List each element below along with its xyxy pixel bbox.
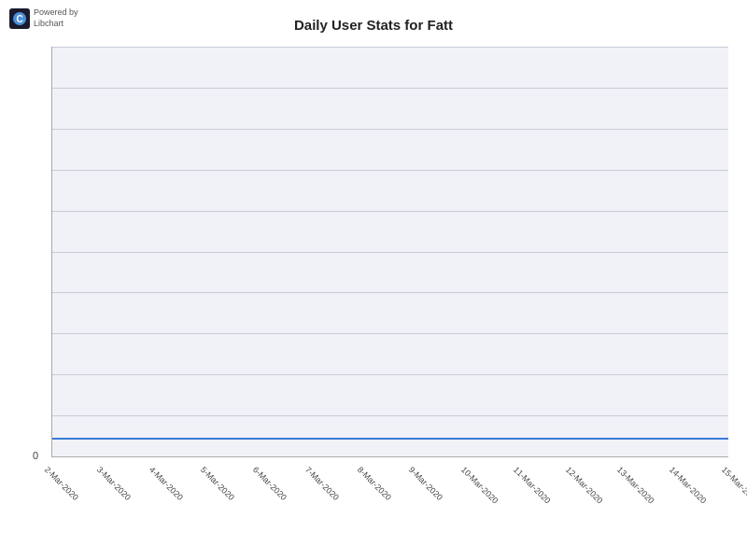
grid-line [52,456,728,457]
grid-line [52,374,728,375]
data-line [52,438,728,440]
x-axis-labels: 2-Mar-20203-Mar-20204-Mar-20205-Mar-2020… [51,459,728,560]
x-axis-label: 9-Mar-2020 [407,465,444,502]
x-axis-label: 2-Mar-2020 [43,465,80,502]
x-axis-label: 7-Mar-2020 [303,465,341,502]
grid-line [52,211,728,212]
y-axis-zero-label: 0 [33,450,38,461]
x-axis-label: 3-Mar-2020 [95,465,133,502]
grid-line [52,333,728,334]
grid-line [52,292,728,293]
grid-line [52,129,728,130]
x-axis-label: 15-Mar-2020 [720,465,747,506]
x-axis-label: 13-Mar-2020 [615,465,656,506]
x-axis-label: 12-Mar-2020 [564,465,605,506]
grid-line [52,252,728,253]
grid-line [52,170,728,171]
x-axis-label: 5-Mar-2020 [199,465,236,502]
x-axis-label: 10-Mar-2020 [459,465,500,506]
x-axis-label: 11-Mar-2020 [512,465,553,506]
grid-lines [52,47,728,456]
chart-area [51,47,728,457]
chart-title: Daily User Stats for Fatt [0,17,747,33]
x-axis-label: 14-Mar-2020 [668,465,709,506]
grid-line [52,88,728,89]
chart-container: C Powered by Libchart Daily User Stats f… [0,0,747,560]
x-axis-label: 8-Mar-2020 [356,465,393,502]
x-axis-label: 4-Mar-2020 [147,465,184,502]
grid-line [52,415,728,416]
grid-line [52,47,728,48]
x-axis-label: 6-Mar-2020 [251,465,289,502]
